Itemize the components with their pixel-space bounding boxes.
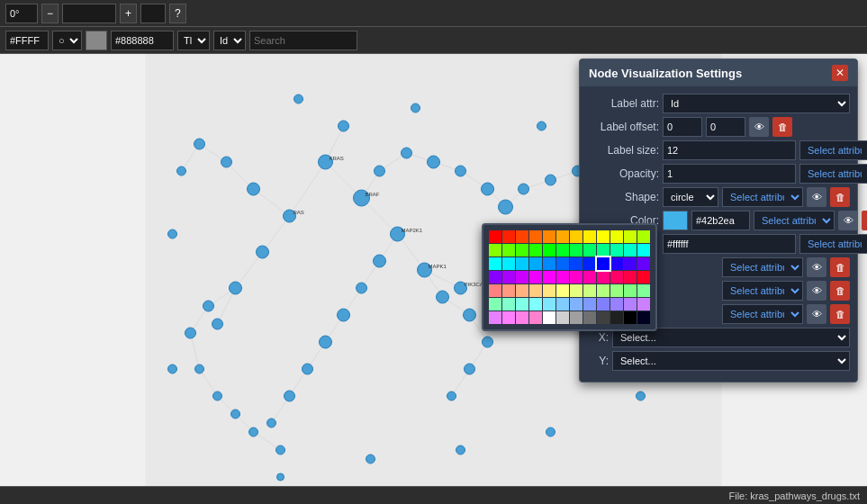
cp-cell-0-3[interactable] [529, 230, 542, 243]
cp-cell-0-1[interactable] [502, 230, 515, 243]
cp-cell-5-5[interactable] [556, 298, 569, 310]
zoom-in-button[interactable]: + [120, 4, 137, 23]
color-hex-input[interactable]: #42b2ea [691, 211, 750, 230]
color-del-button[interactable]: 🗑 [862, 211, 867, 230]
cp-cell-1-6[interactable] [570, 244, 583, 256]
cp-cell-2-5[interactable] [556, 257, 569, 270]
color2-attr-select[interactable]: Select attribute [799, 234, 867, 254]
cp-cell-6-1[interactable] [502, 311, 515, 324]
cp-cell-4-6[interactable] [570, 284, 583, 297]
cp-cell-0-7[interactable] [583, 230, 596, 243]
shape-nvs-select[interactable]: circle [663, 187, 718, 207]
cp-cell-1-3[interactable] [529, 244, 542, 256]
cp-cell-3-1[interactable] [502, 271, 515, 284]
cp-cell-5-0[interactable] [489, 298, 501, 310]
extra3-eye-button[interactable]: 👁 [807, 304, 826, 324]
extra1-eye-button[interactable]: 👁 [807, 257, 826, 277]
cp-cell-4-8[interactable] [597, 284, 610, 297]
cp-cell-1-8[interactable] [597, 244, 610, 256]
cp-cell-6-4[interactable] [543, 311, 555, 324]
cp-cell-0-4[interactable] [543, 230, 555, 243]
zoom-value-input[interactable] [62, 4, 116, 23]
cp-cell-6-9[interactable] [610, 311, 623, 324]
label-size-attr-select[interactable]: Select attribute [799, 140, 867, 160]
extra1-attr-select[interactable]: Select attribute [722, 257, 803, 277]
cp-cell-2-0[interactable] [489, 257, 501, 270]
label-offset-eye-button[interactable]: 👁 [749, 117, 769, 137]
cp-cell-0-6[interactable] [570, 230, 583, 243]
cp-cell-1-9[interactable] [610, 244, 623, 256]
extra1-del-button[interactable]: 🗑 [830, 257, 850, 277]
cp-cell-2-11[interactable] [637, 257, 650, 270]
cp-cell-0-0[interactable] [489, 230, 501, 243]
cp-cell-1-7[interactable] [583, 244, 596, 256]
cp-cell-2-10[interactable] [624, 257, 637, 270]
extra2-del-button[interactable]: 🗑 [830, 281, 850, 301]
color-hex-input[interactable]: #888888 [111, 31, 174, 50]
cp-cell-2-9[interactable] [610, 257, 623, 270]
zoom-out-button[interactable]: − [41, 4, 59, 23]
color-attr-select[interactable]: Select attribute [754, 211, 835, 230]
cp-cell-6-10[interactable] [624, 311, 637, 324]
cp-cell-1-4[interactable] [543, 244, 555, 256]
cp-cell-2-7[interactable] [583, 257, 596, 270]
cp-cell-5-10[interactable] [624, 298, 637, 310]
cp-cell-6-2[interactable] [516, 311, 528, 324]
cp-cell-4-2[interactable] [516, 284, 528, 297]
shape-select[interactable]: ○ [52, 31, 82, 50]
cp-cell-3-3[interactable] [529, 271, 542, 284]
cp-cell-3-0[interactable] [489, 271, 501, 284]
cp-cell-0-2[interactable] [516, 230, 528, 243]
cp-cell-3-6[interactable] [570, 271, 583, 284]
cp-cell-4-11[interactable] [637, 284, 650, 297]
cp-cell-6-0[interactable] [489, 311, 501, 324]
cp-cell-4-7[interactable] [583, 284, 596, 297]
extra2-attr-select[interactable]: Select attribute [722, 281, 803, 301]
cp-cell-1-11[interactable] [637, 244, 650, 256]
cp-cell-1-5[interactable] [556, 244, 569, 256]
cp-cell-3-7[interactable] [583, 271, 596, 284]
cp-cell-0-10[interactable] [624, 230, 637, 243]
cp-cell-5-11[interactable] [637, 298, 650, 310]
cp-cell-4-0[interactable] [489, 284, 501, 297]
cp-cell-0-5[interactable] [556, 230, 569, 243]
cp-cell-0-8[interactable] [597, 230, 610, 243]
rotation-input[interactable]: 0° [5, 4, 38, 23]
shape-attr-select[interactable]: Select attribute [722, 187, 803, 207]
shape-eye-button[interactable]: 👁 [807, 187, 826, 207]
label-offset-del-button[interactable]: 🗑 [772, 117, 792, 137]
shape-del-button[interactable]: 🗑 [830, 187, 850, 207]
cp-cell-5-4[interactable] [543, 298, 555, 310]
cp-cell-5-7[interactable] [583, 298, 596, 310]
cp-cell-2-3[interactable] [529, 257, 542, 270]
cp-cell-4-3[interactable] [529, 284, 542, 297]
color-swatch[interactable] [663, 211, 688, 230]
cp-cell-4-4[interactable] [543, 284, 555, 297]
cp-cell-2-4[interactable] [543, 257, 555, 270]
cp-cell-2-6[interactable] [570, 257, 583, 270]
cp-cell-5-9[interactable] [610, 298, 623, 310]
search-input[interactable] [249, 31, 357, 50]
cp-cell-2-8[interactable] [597, 257, 610, 270]
cp-cell-6-8[interactable] [597, 311, 610, 324]
color2-hex-input[interactable]: #ffffff [663, 234, 796, 254]
cp-cell-2-1[interactable] [502, 257, 515, 270]
cp-cell-6-11[interactable] [637, 311, 650, 324]
cp-cell-4-1[interactable] [502, 284, 515, 297]
cp-cell-3-5[interactable] [556, 271, 569, 284]
color-eye-button[interactable]: 👁 [838, 211, 858, 230]
cp-cell-6-3[interactable] [529, 311, 542, 324]
extra2-eye-button[interactable]: 👁 [807, 281, 826, 301]
cp-cell-1-0[interactable] [489, 244, 501, 256]
cp-cell-5-8[interactable] [597, 298, 610, 310]
label-attr-select[interactable]: Id [663, 94, 850, 113]
cp-cell-3-2[interactable] [516, 271, 528, 284]
opacity-attr-select[interactable]: Select attribute [799, 164, 867, 184]
cp-cell-6-6[interactable] [570, 311, 583, 324]
cp-cell-3-11[interactable] [637, 271, 650, 284]
cp-cell-5-1[interactable] [502, 298, 515, 310]
id-select[interactable]: Id [213, 31, 246, 50]
help-button[interactable]: ? [169, 4, 186, 23]
color-input-2[interactable] [5, 31, 49, 50]
cp-cell-6-5[interactable] [556, 311, 569, 324]
